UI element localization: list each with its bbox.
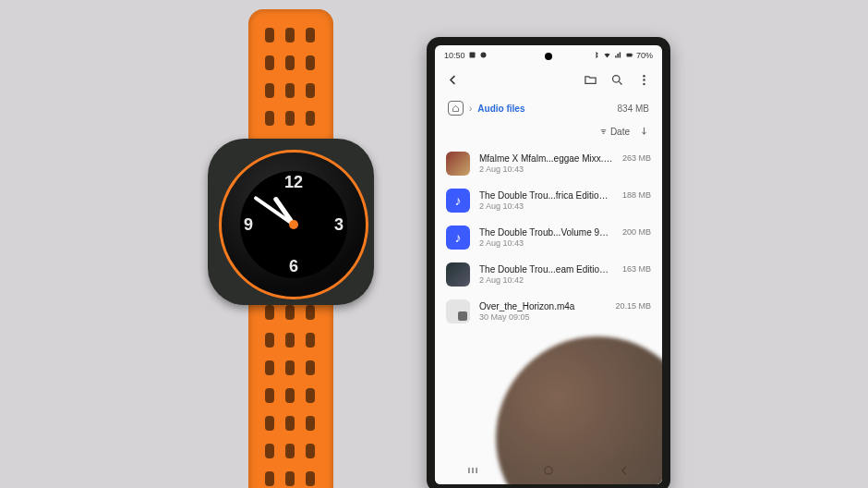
sort-button[interactable]: Date [598,127,630,137]
file-meta: The Double Troub...Volume 92.mp32 Aug 10… [479,227,613,248]
recents-button[interactable] [466,464,479,481]
more-icon[interactable] [637,73,651,91]
watch-numeral-9: 9 [244,215,253,235]
svg-rect-3 [632,54,633,55]
breadcrumb-size: 834 MB [618,104,649,114]
svg-point-4 [613,75,621,82]
watch-numeral-6: 6 [289,257,298,276]
status-app-icon [479,51,488,61]
file-row[interactable]: Mfalme X Mfalm...eggae Mixx.mp32 Aug 10:… [435,145,662,182]
phone-frame: 10:50 [427,37,670,488]
file-row[interactable]: Over_the_Horizon.m4a30 May 09:0520.15 MB [435,293,662,330]
svg-rect-0 [469,52,475,57]
svg-point-7 [643,82,645,85]
home-icon[interactable] [448,101,464,116]
smartwatch-prop: 12 3 6 9 [208,139,374,305]
file-size: 20.15 MB [615,301,651,311]
file-meta: The Double Trou...frica Edition.mp32 Aug… [479,190,613,211]
file-name: Over_the_Horizon.m4a [479,301,606,311]
file-list: Mfalme X Mfalm...eggae Mixx.mp32 Aug 10:… [435,145,662,330]
file-name: The Double Trou...eam Edition.mp3 [479,264,613,274]
watch-center-pin [289,220,298,229]
file-row[interactable]: The Double Trou...eam Edition.mp32 Aug 1… [435,256,662,293]
app-bar [435,66,662,97]
file-date: 2 Aug 10:43 [479,165,613,174]
svg-point-5 [643,74,645,77]
svg-point-1 [480,52,486,57]
breadcrumb: › Audio files 834 MB [435,97,662,123]
search-icon[interactable] [610,73,624,91]
svg-point-6 [643,79,645,81]
bluetooth-icon [592,51,600,61]
file-thumbnail [446,152,470,176]
battery-icon [625,51,633,61]
folder-icon[interactable] [584,73,597,91]
file-meta: The Double Trou...eam Edition.mp32 Aug 1… [479,264,613,285]
watch-band-bottom [248,287,333,488]
file-size: 200 MB [622,227,651,237]
file-date: 2 Aug 10:42 [479,275,613,285]
watch-bezel: 12 3 6 9 [219,150,368,299]
watch-face: 12 3 6 9 [240,171,347,278]
file-meta: Over_the_Horizon.m4a30 May 09:05 [479,301,606,322]
finger-shadow [496,336,662,484]
file-name: The Double Troub...Volume 92.mp3 [479,227,613,238]
sort-row: Date [435,123,662,145]
file-thumbnail [446,262,470,287]
back-button[interactable] [446,73,460,91]
svg-rect-2 [626,53,632,56]
file-row[interactable]: ♪The Double Trou...frica Edition.mp32 Au… [435,182,662,219]
file-name: Mfalme X Mfalm...eggae Mixx.mp3 [479,153,613,164]
music-icon: ♪ [446,226,470,250]
file-date: 30 May 09:05 [479,312,606,322]
watch-numeral-12: 12 [284,173,303,192]
sort-label: Date [610,127,630,137]
breadcrumb-folder[interactable]: Audio files [477,104,524,114]
file-name: The Double Trou...frica Edition.mp3 [479,190,613,201]
watch-band-top [248,9,333,157]
file-row[interactable]: ♪The Double Troub...Volume 92.mp32 Aug 1… [435,219,662,256]
file-size: 188 MB [622,190,651,200]
file-date: 2 Aug 10:43 [479,201,613,211]
file-meta: Mfalme X Mfalm...eggae Mixx.mp32 Aug 10:… [479,153,613,174]
battery-text: 70% [636,51,653,60]
wifi-icon [603,51,611,61]
file-date: 2 Aug 10:43 [479,238,613,248]
status-notif-icon [468,51,476,61]
file-size: 163 MB [622,264,651,274]
signal-icon [614,51,622,61]
file-thumbnail [446,299,470,323]
file-size: 263 MB [622,153,651,163]
chevron-right-icon: › [469,104,472,114]
camera-punch-hole [545,53,552,60]
phone-screen: 10:50 [435,45,662,484]
watch-numeral-3: 3 [334,215,344,235]
music-icon: ♪ [446,189,470,213]
sort-direction-icon[interactable] [639,123,649,140]
status-time: 10:50 [444,51,465,60]
